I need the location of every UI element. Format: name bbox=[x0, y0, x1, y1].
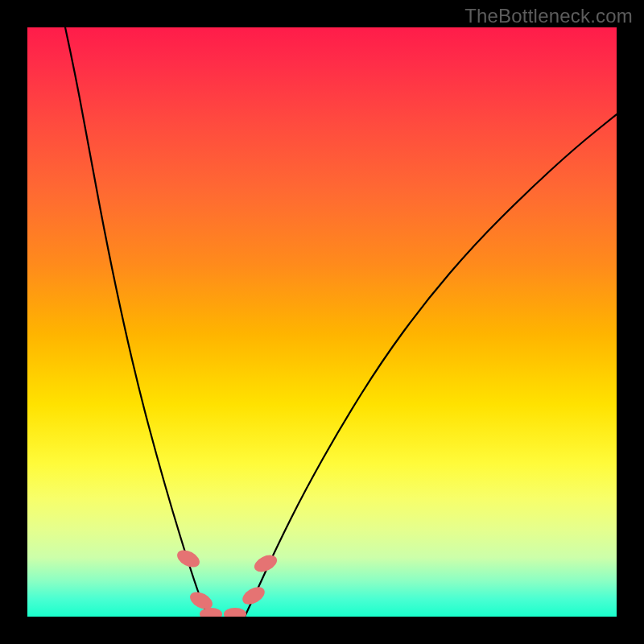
marker-right-bottom bbox=[240, 584, 268, 609]
plot-area bbox=[27, 27, 617, 617]
curve-layer bbox=[27, 27, 617, 617]
left-curve bbox=[65, 27, 208, 617]
marker-left-top bbox=[175, 547, 203, 571]
chart-frame: TheBottleneck.com bbox=[0, 0, 644, 644]
marker-floor-left bbox=[200, 608, 222, 617]
marker-group bbox=[175, 547, 280, 617]
watermark-text: TheBottleneck.com bbox=[464, 5, 633, 27]
right-curve bbox=[245, 114, 617, 617]
marker-floor-right bbox=[224, 608, 246, 617]
